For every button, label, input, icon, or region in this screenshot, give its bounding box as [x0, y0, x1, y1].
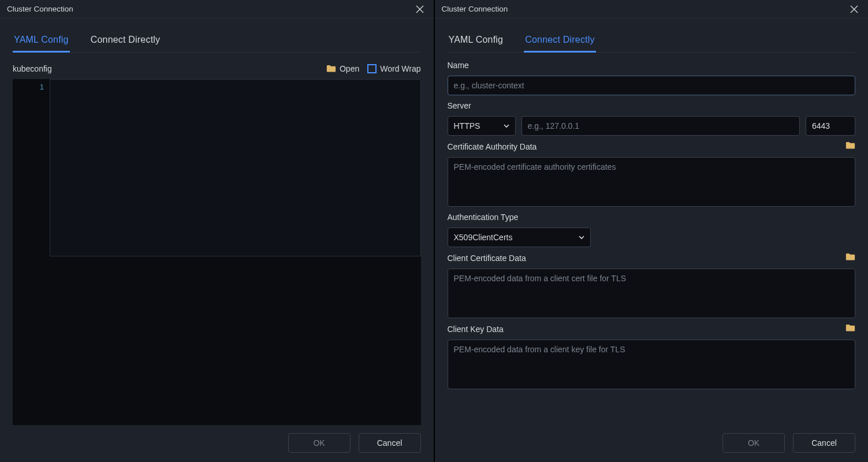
word-wrap-toggle[interactable]: Word Wrap: [367, 64, 420, 73]
client-cert-textarea[interactable]: [448, 269, 856, 318]
titlebar: Cluster Connection: [435, 0, 869, 18]
server-port-input[interactable]: [806, 116, 855, 136]
folder-icon: [845, 253, 855, 261]
kubeconfig-editor[interactable]: 1: [13, 79, 421, 425]
client-cert-open-file-button[interactable]: [845, 253, 855, 263]
editor-gutter: 1: [13, 79, 50, 425]
name-input[interactable]: [448, 76, 856, 95]
close-icon: [850, 5, 858, 13]
client-key-textarea[interactable]: [448, 340, 856, 389]
server-host-input[interactable]: [521, 116, 800, 136]
ca-data-textarea[interactable]: [448, 157, 856, 207]
kubeconfig-toolbar: kubeconfig Open Word Wrap: [13, 64, 421, 73]
kubeconfig-label: kubeconfig: [13, 64, 52, 73]
tab-connect-directly[interactable]: Connect Directly: [90, 29, 162, 53]
ca-open-file-button[interactable]: [845, 141, 855, 151]
auth-type-select[interactable]: X509ClientCerts: [448, 228, 591, 247]
folder-icon: [845, 324, 855, 332]
window-yaml-config: Cluster Connection YAML Config Connect D…: [0, 0, 434, 462]
ca-data-label: Certificate Authority Data: [448, 141, 856, 151]
tab-bar: YAML Config Connect Directly: [448, 29, 856, 53]
tab-bar: YAML Config Connect Directly: [13, 29, 421, 53]
cancel-button[interactable]: Cancel: [793, 433, 855, 453]
open-file-label: Open: [340, 64, 359, 73]
editor-line-number: 1: [13, 83, 44, 91]
client-key-label: Client Key Data: [448, 324, 856, 334]
tab-connect-directly[interactable]: Connect Directly: [524, 29, 596, 53]
folder-icon: [326, 65, 336, 73]
client-key-open-file-button[interactable]: [845, 324, 855, 334]
checkbox-icon: [367, 64, 377, 73]
dialog-footer: OK Cancel: [13, 425, 421, 453]
close-button[interactable]: [845, 1, 863, 17]
cancel-button[interactable]: Cancel: [359, 433, 421, 453]
auth-type-label: Authentication Type: [448, 213, 856, 222]
window-connect-directly: Cluster Connection YAML Config Connect D…: [435, 0, 869, 462]
ok-button[interactable]: OK: [722, 433, 785, 453]
server-label: Server: [448, 101, 856, 110]
editor-textarea[interactable]: [50, 79, 421, 256]
titlebar: Cluster Connection: [0, 0, 434, 18]
word-wrap-label: Word Wrap: [380, 64, 420, 73]
tab-yaml-config[interactable]: YAML Config: [13, 29, 70, 53]
tab-yaml-config[interactable]: YAML Config: [448, 29, 505, 53]
window-title: Cluster Connection: [442, 5, 508, 13]
window-title: Cluster Connection: [7, 5, 73, 13]
name-label: Name: [448, 61, 856, 70]
ok-button[interactable]: OK: [288, 433, 351, 453]
client-cert-label: Client Certificate Data: [448, 253, 856, 263]
server-protocol-select[interactable]: HTTPS: [448, 116, 516, 136]
close-button[interactable]: [411, 1, 429, 17]
close-icon: [416, 5, 424, 13]
folder-icon: [845, 141, 855, 150]
dialog-footer: OK Cancel: [448, 425, 856, 453]
open-file-button[interactable]: Open: [326, 64, 359, 73]
